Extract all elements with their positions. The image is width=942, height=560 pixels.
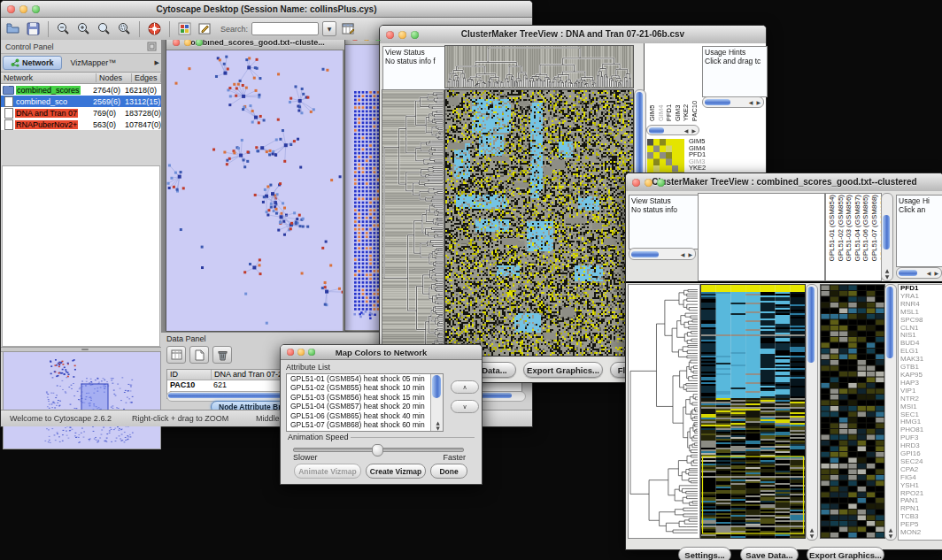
export-graphics-button[interactable]: Export Graphics... xyxy=(523,362,603,378)
column-header-id[interactable]: ID xyxy=(167,370,212,380)
minimize-icon[interactable] xyxy=(19,5,27,13)
delete-attribute-icon[interactable] xyxy=(212,346,232,364)
tv2-status-hscrollbar[interactable]: ◀ ▶ xyxy=(629,248,696,260)
zoom-fit-icon[interactable] xyxy=(96,20,112,37)
attribute-list[interactable]: GPL51-01 (GSM854) heat shock 05 minGPL51… xyxy=(286,373,444,432)
create-vizmap-button[interactable]: Create Vizmap xyxy=(366,464,426,479)
document-icon xyxy=(4,108,13,119)
close-icon[interactable] xyxy=(287,349,294,356)
minimize-icon[interactable] xyxy=(297,349,305,356)
network-row[interactable]: DNA and Tran 07 769(0)183728(0) xyxy=(1,107,161,119)
attribute-list-item[interactable]: GPL51-04 (GSM857) heat shock 20 min xyxy=(289,402,443,410)
gene-label: MON2 xyxy=(899,529,942,537)
main-title-bar[interactable]: Cytoscape Desktop (Session Name: collins… xyxy=(1,1,532,18)
float-panel-icon[interactable] xyxy=(147,42,157,51)
new-attribute-icon[interactable] xyxy=(189,346,209,364)
minimize-icon[interactable] xyxy=(398,31,406,39)
minimize-icon[interactable] xyxy=(645,179,652,187)
tv2-gene-labels: PFD1YRA1RNR4MSL1SPC98CLN1NIS1BUD4ELG1MAK… xyxy=(898,284,942,541)
tv1-zoom-hscrollbar[interactable]: ◀ ▶ xyxy=(646,125,699,135)
treeview1-title-bar[interactable]: ClusterMaker TreeView : DNA and Tran 07-… xyxy=(380,26,766,44)
search-label: Search: xyxy=(220,25,248,34)
dialog-title-bar[interactable]: Map Colors to Network xyxy=(281,345,482,360)
tv2-usage-hscrollbar[interactable]: ◀ ▶ xyxy=(896,267,942,279)
attribute-list-item[interactable]: GPL51-03 (GSM856) heat shock 15 min xyxy=(289,393,443,402)
tv2-column-labels-panel: GPL51-01 (GSM854)GPL51-02 (GSM855)GPL51-… xyxy=(825,193,882,281)
tv1-column-label: YKE2 xyxy=(683,47,691,121)
network-window-1[interactable]: combined_scores_good.txt--cluste... xyxy=(166,40,345,332)
map-colors-dialog: Map Colors to Network Attribute List GPL… xyxy=(280,344,483,485)
zoom-window-icon[interactable] xyxy=(196,40,203,46)
tv1-usage-hscrollbar[interactable]: ◀ ▶ xyxy=(702,96,764,108)
tv2-global-heatmap[interactable] xyxy=(700,284,806,539)
attribute-list-items: GPL51-01 (GSM854) heat shock 05 minGPL51… xyxy=(287,374,443,429)
minimize-icon[interactable] xyxy=(184,40,191,46)
move-up-button[interactable]: ∧ xyxy=(451,380,479,394)
vizmap-icon[interactable] xyxy=(176,20,193,37)
control-panel-tabs: Network VizMapper™ ▶ xyxy=(1,54,161,73)
search-dropdown[interactable]: ▼ xyxy=(322,21,336,36)
tv2-zoom-vscrollbar[interactable]: ▲▼ xyxy=(884,284,897,541)
attribute-list-item[interactable]: GPL51-02 (GSM855) heat shock 10 min xyxy=(289,383,443,392)
close-icon[interactable] xyxy=(632,179,640,187)
tv1-usage-hints-panel: Usage HintsClick and drag tc xyxy=(702,46,768,97)
tv2-column-label: GPL51-07 (GSM868) xyxy=(871,195,879,262)
network-overview-canvas[interactable] xyxy=(3,351,161,449)
network-view-canvas-1[interactable] xyxy=(166,50,343,331)
zoom-in-icon[interactable] xyxy=(75,20,92,37)
network-row[interactable]: combined_scores 2764(0)16218(0) xyxy=(1,84,161,96)
attribute-table-icon[interactable] xyxy=(166,346,186,364)
zoom-window-icon[interactable] xyxy=(374,40,382,41)
tv1-column-dendrogram[interactable] xyxy=(444,45,634,88)
animation-speed-slider[interactable] xyxy=(293,448,464,452)
zoom-window-icon[interactable] xyxy=(411,31,419,39)
help-ring-icon[interactable] xyxy=(146,20,163,37)
tab-vizmapper[interactable]: VizMapper™ xyxy=(64,57,124,69)
save-data-button[interactable]: Save Data... xyxy=(740,547,799,560)
attribute-list-item[interactable]: GPL51-06 (GSM865) heat shock 40 min xyxy=(289,411,443,420)
tv2-collabel-vscrollbar[interactable]: ▲▼ xyxy=(881,193,893,281)
window-controls[interactable] xyxy=(7,5,40,13)
tv1-row-dendrogram[interactable] xyxy=(382,89,444,357)
slider-thumb[interactable] xyxy=(372,444,383,456)
zoom-selected-icon[interactable] xyxy=(116,20,133,37)
open-icon[interactable] xyxy=(4,20,21,37)
close-icon[interactable] xyxy=(386,31,394,39)
tab-network[interactable]: Network xyxy=(3,56,62,70)
network-row[interactable]: combined_sco 2569(6)13112(15) xyxy=(1,96,161,107)
attribute-list-item[interactable]: GPL51-07 (GSM868) heat shock 60 min xyxy=(289,420,443,429)
treeview2-title-bar[interactable]: ClusterMaker TreeView : combined_scores_… xyxy=(626,173,942,192)
tv1-column-label: GIM5 xyxy=(649,47,657,121)
treeview2-title: ClusterMaker TreeView : combined_scores_… xyxy=(626,173,942,191)
animate-vizmap-button[interactable]: Animate Vizmap xyxy=(294,464,361,479)
zoom-out-icon[interactable] xyxy=(55,20,72,37)
tv2-heatmap-vscrollbar[interactable]: ▲▼ xyxy=(806,284,818,541)
zoom-window-icon[interactable] xyxy=(32,5,40,13)
search-input[interactable] xyxy=(251,22,319,35)
zoom-window-icon[interactable] xyxy=(308,349,315,356)
table-edit-icon[interactable] xyxy=(340,20,357,37)
attribute-list-vscrollbar[interactable]: ▲▼ xyxy=(430,374,443,431)
save-icon[interactable] xyxy=(25,20,42,37)
move-down-button[interactable]: ∨ xyxy=(451,400,479,413)
attribute-list-item[interactable]: GPL51-01 (GSM854) heat shock 05 min xyxy=(289,374,443,383)
close-icon[interactable] xyxy=(7,5,15,13)
settings-button[interactable]: Settings... xyxy=(678,547,731,560)
minimize-icon[interactable] xyxy=(363,40,370,41)
close-icon[interactable] xyxy=(173,40,180,46)
export-graphics-button[interactable]: Export Graphics... xyxy=(807,547,884,560)
network-window-1-title-bar[interactable]: combined_scores_good.txt--cluste... xyxy=(166,40,344,50)
treeview1-title: ClusterMaker TreeView : DNA and Tran 07-… xyxy=(380,26,766,43)
animation-speed-label: Animation Speed xyxy=(286,433,351,441)
more-tabs-icon[interactable]: ▶ xyxy=(155,59,159,66)
treeview2-window: ClusterMaker TreeView : combined_scores_… xyxy=(625,173,942,550)
network-list-header[interactable]: Network Nodes Edges xyxy=(1,73,161,84)
network-row[interactable]: RNAPuberNov2+ 563(0)107847(0) xyxy=(1,119,161,130)
close-icon[interactable] xyxy=(351,40,359,41)
done-button[interactable]: Done xyxy=(430,464,467,479)
tv1-global-heatmap[interactable] xyxy=(444,89,634,357)
annotation-icon[interactable] xyxy=(197,20,213,37)
tv2-zoom-heatmap[interactable] xyxy=(820,284,885,539)
zoom-window-icon[interactable] xyxy=(657,179,665,187)
tv2-row-dendrogram[interactable] xyxy=(628,284,700,539)
